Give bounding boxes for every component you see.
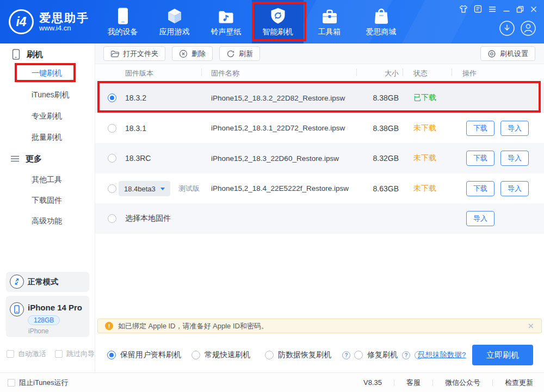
import-button[interactable]: 导入	[466, 211, 494, 226]
button-label: 刷机设置	[500, 49, 528, 59]
close-button[interactable]	[530, 5, 537, 13]
checkbox-label: 跳过向导	[66, 349, 95, 359]
circle-x-icon	[179, 49, 188, 58]
import-button[interactable]: 导入	[500, 181, 529, 196]
nav-item-my-devices[interactable]: 我的设备	[97, 0, 149, 43]
nav-item-toolbox[interactable]: 工具箱	[304, 0, 355, 43]
dropdown-label: 18.4beta3	[124, 185, 156, 193]
apple-id-notice: ! 如已绑定 Apple ID，请准备好 Apple ID和密码。 ✕	[97, 319, 542, 333]
sidebar-item-pro-flash[interactable]: 专业刷机	[32, 111, 62, 121]
firmware-row[interactable]: 18.3.1 iPhone15,2_18.3.1_22D72_Restore.i…	[95, 113, 544, 143]
gear-icon	[487, 49, 496, 58]
firmware-size: 8.38GB	[335, 113, 399, 143]
radio-unselected[interactable]	[265, 351, 274, 359]
option-keep-user-data[interactable]: 保留用户资料刷机	[107, 350, 181, 360]
download-manager-button[interactable]	[499, 20, 515, 39]
flash-settings-button[interactable]: 刷机设置	[480, 46, 535, 61]
check-update-link[interactable]: 检查更新	[505, 378, 533, 388]
refresh-button[interactable]: 刷新	[219, 46, 260, 61]
theme-button[interactable]	[459, 5, 468, 13]
import-button[interactable]: 导入	[500, 151, 529, 166]
sidebar-item-advanced[interactable]: 高级功能	[32, 216, 62, 226]
delete-button[interactable]: 删除	[172, 46, 213, 61]
skip-setup-checkbox[interactable]: 跳过向导	[55, 349, 95, 359]
wechat-link[interactable]: 微信公众号	[445, 378, 480, 388]
radio-unselected[interactable]	[191, 351, 200, 359]
main-content: 打开文件夹 删除 刷新 刷机设置 固件版本 固件名称 大小 状态 操作	[95, 43, 544, 372]
radio-unselected[interactable]	[108, 154, 116, 163]
help-icon[interactable]: ?	[402, 351, 410, 359]
firmware-row[interactable]: 18.3.2 iPhone15,2_18.3.2_22D82_Restore.i…	[95, 83, 544, 113]
music-folder-icon	[218, 7, 234, 24]
column-header-size: 大小	[335, 69, 399, 78]
firmware-toolbar: 打开文件夹 删除 刷新 刷机设置	[95, 43, 544, 64]
firmware-size: 8.32GB	[335, 143, 399, 173]
firmware-row[interactable]: 18.4beta3 测试版 iPhone15,2_18.4_22E5222f_R…	[95, 173, 544, 203]
sidebar-group-title: 更多	[26, 154, 42, 164]
account-button[interactable]	[520, 20, 536, 39]
sidebar: 刷机 一键刷机 iTunes刷机 专业刷机 批量刷机 更多 其他工具 下载固件 …	[0, 43, 95, 372]
app-logo[interactable]: i4 爱思助手 www.i4.cn	[9, 9, 89, 34]
help-icon[interactable]: ?	[342, 351, 350, 359]
sidebar-checkboxes: 自动激活 跳过向导	[7, 349, 95, 359]
device-mode-card[interactable]: 正常模式	[6, 272, 89, 292]
device-type: iPhone	[28, 327, 48, 335]
radio-unselected[interactable]	[108, 214, 116, 223]
sidebar-item-itunes-flash[interactable]: iTunes刷机	[32, 90, 70, 100]
support-link[interactable]: 客服	[406, 378, 421, 388]
notice-close-icon[interactable]: ✕	[527, 321, 534, 331]
nav-item-smart-flash[interactable]: 智能刷机	[252, 0, 304, 43]
flash-now-button[interactable]: 立即刷机	[472, 345, 533, 365]
sidebar-group-more: 更多	[10, 154, 42, 164]
firmware-version: 18.3.2	[125, 83, 146, 113]
option-label: 常规快速刷机	[205, 350, 250, 360]
radio-selected[interactable]	[107, 351, 116, 359]
nav-item-store[interactable]: 爱思商城	[355, 0, 407, 43]
block-itunes-checkbox[interactable]: 阻止iTunes运行	[8, 378, 69, 388]
shopping-bag-icon	[374, 7, 389, 24]
divider	[492, 379, 493, 386]
minimize-icon	[503, 5, 510, 13]
auto-activate-checkbox[interactable]: 自动激活	[7, 349, 46, 359]
option-anti-data-recovery[interactable]: 防数据恢复刷机 ?	[265, 350, 350, 360]
download-button[interactable]: 下载	[466, 181, 494, 196]
import-button[interactable]: 导入	[500, 121, 529, 136]
option-label: 保留用户资料刷机	[120, 350, 181, 360]
firmware-row-local[interactable]: 选择本地固件 导入	[95, 203, 544, 234]
nav-item-apps-games[interactable]: 应用游戏	[149, 0, 200, 43]
sidebar-item-batch-flash[interactable]: 批量刷机	[32, 133, 62, 142]
sidebar-item-other-tools[interactable]: 其他工具	[32, 175, 62, 185]
feedback-button[interactable]	[474, 5, 482, 13]
download-button[interactable]: 下载	[466, 151, 494, 166]
status-bar: 阻止iTunes运行 V8.35 客服 微信公众号 检查更新	[0, 372, 544, 392]
shirt-icon	[459, 5, 468, 13]
column-header-name: 固件名称	[211, 69, 239, 78]
sidebar-item-one-click-flash[interactable]: 一键刷机	[32, 69, 62, 78]
sidebar-item-download-firmware[interactable]: 下载固件	[32, 196, 62, 206]
minimize-button[interactable]	[503, 5, 510, 13]
device-card[interactable]: iPhone 14 Pro 128GB iPhone	[6, 296, 89, 337]
option-label: 防数据恢复刷机	[278, 350, 331, 360]
radio-unselected[interactable]	[108, 124, 116, 133]
folder-icon	[110, 50, 119, 58]
refresh-icon	[226, 49, 235, 58]
radio-unselected[interactable]	[354, 351, 363, 359]
status-badge: 已下载	[413, 83, 436, 113]
note-icon	[474, 5, 482, 13]
erase-data-link[interactable]: 只想抹除数据?	[418, 350, 466, 360]
firmware-version: 18.3.1	[125, 113, 146, 143]
beta-version-dropdown[interactable]: 18.4beta3	[119, 181, 170, 196]
open-folder-button[interactable]: 打开文件夹	[103, 46, 165, 61]
firmware-row[interactable]: 18.3RC iPhone15,2_18.3_22D60_Restore.ips…	[95, 143, 544, 173]
download-button[interactable]: 下载	[466, 121, 494, 136]
radio-unselected[interactable]	[108, 184, 116, 193]
column-header-status: 状态	[413, 69, 428, 78]
radio-selected[interactable]	[108, 94, 116, 102]
menu-button[interactable]	[488, 5, 497, 13]
nav-item-ringtones-wallpapers[interactable]: 铃声壁纸	[200, 0, 252, 43]
option-normal-fast-flash[interactable]: 常规快速刷机	[191, 350, 250, 360]
option-repair-flash[interactable]: 修复刷机 ? !	[354, 350, 423, 360]
maximize-button[interactable]	[516, 5, 524, 13]
nav-label: 爱思商城	[366, 27, 397, 37]
column-divider	[201, 69, 202, 76]
